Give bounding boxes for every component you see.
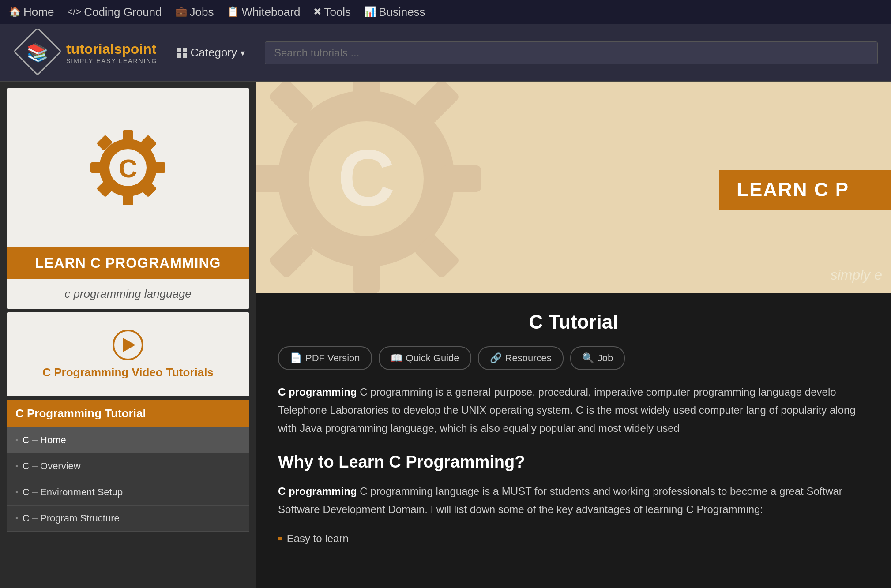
video-card-title: C Programming Video Tutorials <box>42 366 214 379</box>
svg-rect-18 <box>441 165 481 192</box>
svg-text:C: C <box>338 133 395 222</box>
left-panel: C LEARN C PROGRAMMING c programming lang… <box>0 82 256 588</box>
video-card[interactable]: C Programming Video Tutorials <box>7 312 249 396</box>
play-icon <box>113 330 143 360</box>
card-banner: LEARN C PROGRAMMING <box>7 247 249 279</box>
business-icon: 📊 <box>364 6 376 18</box>
svg-rect-15 <box>353 82 380 104</box>
guide-icon: 📖 <box>391 352 402 364</box>
quick-guide-button[interactable]: 📖 Quick Guide <box>379 346 471 370</box>
tutorial-title: C Tutorial <box>278 311 869 333</box>
bullet-list: Easy to learn <box>278 530 869 547</box>
home-icon: 🏠 <box>9 6 21 18</box>
job-icon: 🔍 <box>582 352 594 364</box>
bullet-icon: ▪ <box>15 436 18 444</box>
category-button[interactable]: Category ▾ <box>171 42 252 63</box>
svg-rect-16 <box>353 254 380 293</box>
nav-jobs[interactable]: 💼 Jobs <box>175 5 214 19</box>
resources-icon: 🔗 <box>490 352 502 364</box>
nav-tools[interactable]: ✖ Tools <box>313 5 351 19</box>
nav-whiteboard[interactable]: 📋 Whiteboard <box>227 5 300 19</box>
nav-business[interactable]: 📊 Business <box>364 5 425 19</box>
tutorial-item-env-setup[interactable]: ▪ C – Environment Setup <box>7 479 249 506</box>
svg-text:📚: 📚 <box>26 42 49 63</box>
bullet-icon: ▪ <box>15 514 18 522</box>
right-banner: C LEARN C P simply e <box>256 82 891 293</box>
tools-icon: ✖ <box>313 6 321 18</box>
tutorial-item-program-structure[interactable]: ▪ C – Program Structure <box>7 506 249 532</box>
list-item: Easy to learn <box>278 530 869 547</box>
tutorial-section-header: C Programming Tutorial <box>7 400 249 427</box>
whiteboard-icon: 📋 <box>227 6 239 18</box>
tutorial-intro: C programming C programming is a general… <box>278 383 869 437</box>
pdf-version-button[interactable]: 📄 PDF Version <box>278 346 372 370</box>
svg-rect-17 <box>256 165 291 192</box>
play-triangle <box>123 338 135 352</box>
logo-icon: 📚 <box>13 29 62 77</box>
c-programming-card[interactable]: C LEARN C PROGRAMMING c programming lang… <box>7 88 249 309</box>
tutorial-item-home[interactable]: ▪ C – Home <box>7 427 249 453</box>
svg-rect-4 <box>123 130 133 142</box>
svg-text:C: C <box>119 154 137 183</box>
header-bar: 📚 tutorialspoint SIMPLY EASY LEARNING Ca… <box>0 24 891 82</box>
pdf-icon: 📄 <box>290 352 302 364</box>
svg-rect-5 <box>123 193 133 205</box>
chevron-down-icon: ▾ <box>241 48 245 58</box>
top-navigation: 🏠 Home </> Coding Ground 💼 Jobs 📋 Whiteb… <box>0 0 891 24</box>
card-subtitle: c programming language <box>7 279 249 309</box>
tutorial-item-overview[interactable]: ▪ C – Overview <box>7 453 249 479</box>
right-panel: C LEARN C P simply e C Tutorial 📄 PDF Ve… <box>256 82 891 588</box>
bullet-icon: ▪ <box>15 488 18 496</box>
main-layout: C LEARN C PROGRAMMING c programming lang… <box>0 82 891 588</box>
right-banner-gear-icon: C <box>256 82 499 293</box>
tutorial-list: ▪ C – Home ▪ C – Overview ▪ C – Environm… <box>7 427 249 532</box>
coding-icon: </> <box>67 6 81 18</box>
grid-icon <box>177 48 187 58</box>
why-heading: Why to Learn C Programming? <box>278 453 869 472</box>
nav-home[interactable]: 🏠 Home <box>9 5 54 19</box>
resources-button[interactable]: 🔗 Resources <box>478 346 564 370</box>
tutorial-content: C Tutorial 📄 PDF Version 📖 Quick Guide 🔗… <box>256 293 891 565</box>
logo-text: tutorialspoint SIMPLY EASY LEARNING <box>66 41 158 64</box>
logo-area[interactable]: 📚 tutorialspoint SIMPLY EASY LEARNING <box>13 29 158 77</box>
action-buttons: 📄 PDF Version 📖 Quick Guide 🔗 Resources … <box>278 346 869 370</box>
c-programming-image: C <box>7 88 249 247</box>
search-bar[interactable] <box>265 41 878 64</box>
search-input[interactable] <box>274 47 868 59</box>
job-button[interactable]: 🔍 Job <box>570 346 625 370</box>
right-banner-subtitle: simply e <box>831 267 882 283</box>
right-banner-orange-box: LEARN C P <box>719 170 891 210</box>
svg-rect-7 <box>153 162 165 173</box>
svg-rect-6 <box>90 162 103 173</box>
why-text: C programming C programming language is … <box>278 483 869 519</box>
bullet-icon: ▪ <box>15 462 18 470</box>
jobs-icon: 💼 <box>175 6 187 18</box>
c-gear-logo: C <box>84 124 172 212</box>
nav-coding-ground[interactable]: </> Coding Ground <box>67 5 162 19</box>
